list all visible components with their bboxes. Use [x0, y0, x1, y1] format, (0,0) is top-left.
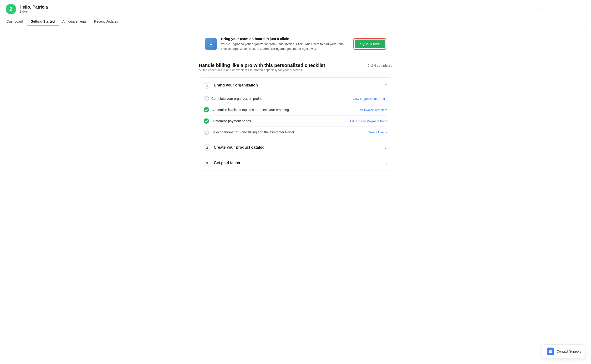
view-org-profile-link[interactable]: View Organization Profile: [352, 97, 387, 101]
list-item: Customize invoice templates to reflect y…: [204, 104, 387, 115]
nav-announcements[interactable]: Announcements: [59, 17, 90, 26]
org-name: Zylker: [20, 10, 48, 13]
section-3-header[interactable]: 3 Get paid faster ⌄: [199, 155, 392, 171]
sync-title: Bring your team on board in just a click…: [221, 37, 350, 41]
nav-getting-started[interactable]: Getting Started: [27, 17, 59, 26]
chevron-down-icon: ⌄: [384, 145, 387, 150]
section-1: 1 Brand your organization ⌃ Complet: [199, 78, 392, 140]
section-2-number: 2: [204, 144, 210, 151]
checklist-title: Handle billing like a pro with this pers…: [199, 63, 325, 68]
item-text: Select a theme for Zoho Billing and the …: [211, 130, 294, 134]
item-text: Customize payment pages: [211, 119, 251, 123]
checklist-subtitle: All the essentials in one convenient lis…: [199, 68, 325, 72]
sync-banner: Bring your team on board in just a click…: [199, 32, 392, 56]
done-check-icon: [204, 107, 209, 112]
sync-icon-wrap: [205, 38, 217, 50]
checklist-progress: 0 of 4 completed: [368, 64, 392, 67]
item-text: Complete your organization profile: [211, 97, 262, 101]
section-3-number: 3: [204, 160, 210, 166]
section-3: 3 Get paid faster ⌄: [199, 155, 392, 171]
section-2: 2 Create your product catalog ⌄: [199, 140, 392, 155]
select-theme-link[interactable]: Select Theme: [368, 130, 387, 134]
done-check-icon: [204, 118, 209, 124]
pending-check-icon: [204, 96, 209, 101]
chevron-up-icon: ⌃: [384, 83, 387, 88]
sync-description: You've upgraded your organization from Z…: [221, 42, 350, 51]
sync-text: Bring your team on board in just a click…: [221, 37, 350, 51]
list-item: Complete your organization profile View …: [204, 93, 387, 104]
checklist-header: Handle billing like a pro with this pers…: [199, 63, 392, 76]
edit-invoice-template-link[interactable]: Edit Invoice Template: [358, 108, 387, 112]
checklist-container: 1 Brand your organization ⌃ Complet: [199, 78, 392, 171]
main-nav: Dashboard Getting Started Announcements …: [0, 17, 591, 26]
main-content: Bring your team on board in just a click…: [193, 26, 398, 176]
section-1-header[interactable]: 1 Brand your organization ⌃: [199, 78, 392, 93]
section-2-header[interactable]: 2 Create your product catalog ⌄: [199, 140, 392, 155]
download-icon: [208, 40, 214, 47]
nav-dashboard[interactable]: Dashboard: [6, 17, 27, 26]
section-1-items: Complete your organization profile View …: [199, 93, 392, 140]
avatar: Z: [6, 4, 16, 14]
edit-hosted-payment-page-link[interactable]: Edit Hosted Payment Page: [350, 119, 387, 123]
header-text: Hello, Patricia Zylker: [20, 5, 48, 13]
nav-recent-updates[interactable]: Recent Updates: [90, 17, 122, 26]
chevron-down-icon: ⌄: [384, 161, 387, 165]
section-2-title: Create your product catalog: [214, 145, 264, 150]
greeting: Hello, Patricia: [20, 5, 48, 10]
pending-check-icon: [204, 130, 209, 135]
sync-btn-highlight: Sync Users: [353, 38, 386, 50]
list-item: Customize payment pages Edit Hosted Paym…: [204, 115, 387, 126]
item-text: Customize invoice templates to reflect y…: [211, 108, 289, 112]
checklist-title-wrap: Handle billing like a pro with this pers…: [199, 63, 325, 76]
section-1-number: 1: [204, 82, 210, 89]
section-3-title: Get paid faster: [214, 161, 240, 165]
section-1-title: Brand your organization: [214, 83, 258, 87]
sync-users-button[interactable]: Sync Users: [355, 39, 385, 48]
page-header: Z Hello, Patricia Zylker: [0, 0, 591, 16]
list-item: Select a theme for Zoho Billing and the …: [204, 126, 387, 138]
